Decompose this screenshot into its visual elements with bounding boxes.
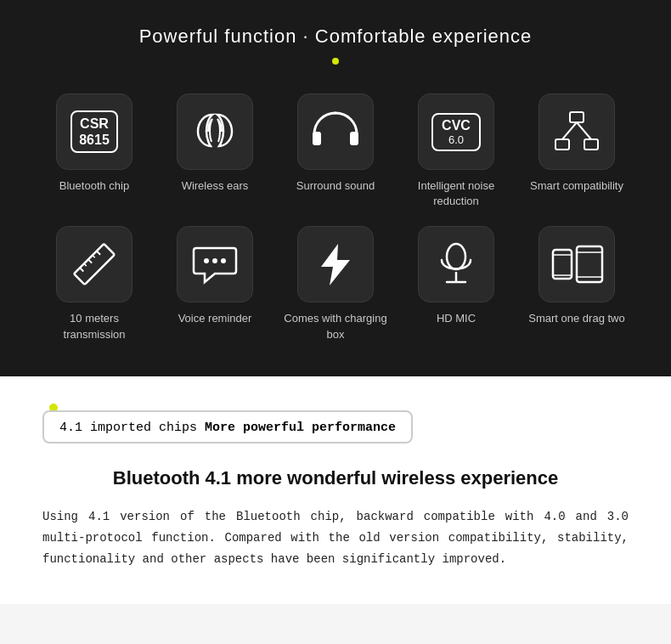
icons-row-2: 10 meters transmission Voice reminder [34,226,637,342]
csr-badge: CSR 8615 [70,110,118,153]
icon-box-ruler [56,226,133,302]
bottom-section: 4.1 imported chips More powerful perform… [0,376,671,605]
chip-banner-wrapper: 4.1 imported chips More powerful perform… [42,402,629,447]
header-title-text: Powerful function · Comfortable experien… [139,25,533,47]
devices-icon [550,243,605,285]
top-section: Powerful function · Comfortable experien… [0,0,671,376]
svg-rect-2 [570,112,584,122]
chip-banner: 4.1 imported chips More powerful perform… [42,410,413,443]
icon-box-cvc: CVC 6.0 [418,93,494,170]
icon-item-hd-mic: HD MIC [401,226,511,326]
icon-item-voice-reminder: Voice reminder [160,226,270,326]
svg-point-14 [212,258,217,263]
icon-item-noise-reduction: CVC 6.0 Intelligent noise reduction [401,93,511,209]
icon-label-smart-drag: Smart one drag two [528,311,624,326]
icon-label-bluetooth-chip: Bluetooth chip [59,178,129,194]
svg-line-10 [88,259,92,263]
mic-icon [435,241,477,288]
svg-rect-4 [584,139,598,150]
chat-icon [189,241,240,288]
svg-point-13 [204,258,209,263]
svg-point-17 [447,244,465,269]
icon-item-wireless-ears: Wireless ears [160,93,270,194]
icon-label-smart-compat: Smart compatibility [530,178,623,194]
icon-box-devices [538,226,615,302]
svg-line-6 [577,122,591,139]
lightning-icon [314,241,357,288]
icon-label-voice-reminder: Voice reminder [178,311,252,326]
bluetooth-heading: Bluetooth 4.1 more wonderful wireless ex… [42,467,629,489]
icon-box-lightning [297,226,374,302]
icon-item-bluetooth-chip: CSR 8615 Bluetooth chip [39,93,149,194]
svg-line-11 [93,255,95,257]
icon-label-noise-reduction: Intelligent noise reduction [401,178,511,209]
icons-grid: CSR 8615 Bluetooth chip [34,93,637,342]
svg-point-15 [221,258,226,263]
yellow-dot [332,58,339,65]
ruler-icon [69,241,120,288]
cvc-version: 6.0 [442,133,471,146]
icon-item-charging-box: Comes with charging box [280,226,391,342]
svg-rect-7 [74,244,115,285]
cvc-title: CVC [442,118,471,133]
chip-text-normal: 4.1 imported chips [59,421,205,435]
icon-box-csr: CSR 8615 [56,93,133,170]
icon-label-wireless-ears: Wireless ears [182,178,249,194]
svg-rect-1 [350,132,358,145]
headphones-icon [310,109,361,155]
description-text: Using 4.1 version of the Bluetooth chip,… [42,506,629,571]
icon-box-chat [177,226,253,302]
network-icon [551,109,602,155]
cvc-badge: CVC 6.0 [431,113,481,151]
svg-line-12 [97,251,100,254]
icon-label-charging-box: Comes with charging box [280,311,391,342]
svg-rect-0 [313,132,321,145]
icon-item-smart-drag: Smart one drag two [522,226,632,326]
svg-rect-3 [555,139,569,150]
icon-label-hd-mic: HD MIC [437,311,476,326]
csr-number: 8615 [79,132,110,148]
icon-item-smart-compat: Smart compatibility [522,93,632,194]
icon-item-transmission: 10 meters transmission [39,226,149,342]
icon-item-surround-sound: Surround sound [280,93,391,194]
header-title: Powerful function · Comfortable experien… [34,25,637,48]
icons-row-1: CSR 8615 Bluetooth chip [34,93,637,209]
icon-box-ears [177,93,253,170]
svg-line-9 [84,263,87,266]
chip-text-bold: More powerful performance [205,421,396,435]
csr-title: CSR [79,116,110,132]
svg-line-5 [562,122,577,139]
icon-label-surround-sound: Surround sound [296,178,375,194]
ears-icon [189,110,240,153]
svg-line-8 [80,268,83,271]
icon-box-mic [418,226,494,302]
svg-rect-20 [553,250,572,279]
icon-box-network [538,93,615,170]
icon-box-headphones [297,93,374,170]
icon-label-transmission: 10 meters transmission [39,311,149,342]
svg-marker-16 [321,244,350,285]
yellow-dot-wrapper [34,53,637,68]
